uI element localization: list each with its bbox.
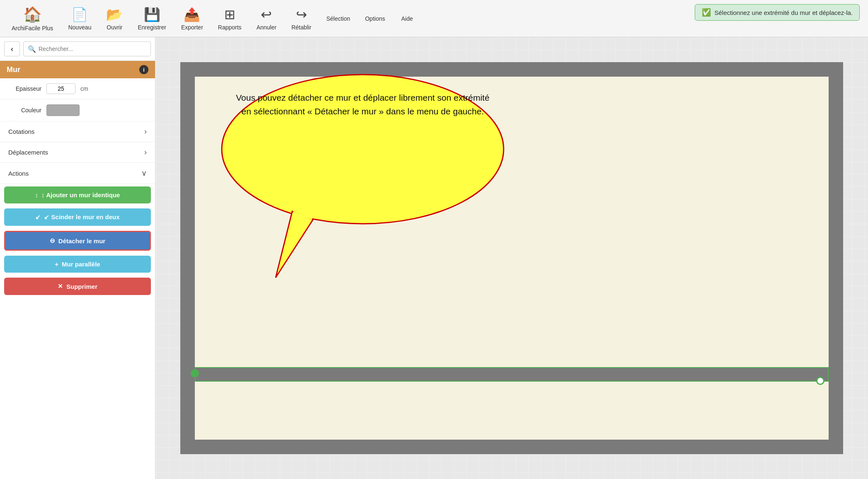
epaisseur-input[interactable] (46, 83, 75, 94)
actions-section[interactable]: Actions ∨ (0, 163, 155, 184)
toolbar-aide-label: Aide (401, 15, 413, 22)
search-icon: 🔍 (28, 45, 36, 53)
toolbar-selection[interactable]: Sélection (319, 13, 358, 24)
delete-button[interactable]: ✕ Supprimer (4, 278, 151, 295)
home-icon: 🏠 (23, 6, 42, 23)
wall-endpoint-right[interactable] (816, 377, 824, 385)
delete-icon: ✕ (58, 283, 63, 290)
toolbar-selection-label: Sélection (326, 15, 350, 22)
toolbar-rapports[interactable]: ⊞ Rapports (211, 4, 249, 33)
mur-title: Mur (7, 65, 20, 74)
toolbar-annuler-label: Annuler (257, 24, 276, 31)
delete-label: Supprimer (66, 283, 97, 290)
detach-wall-icon: ⊖ (50, 237, 55, 244)
split-wall-button[interactable]: ↙ ↙ Scinder le mur en deux (4, 208, 151, 226)
search-bar: ‹ 🔍 (0, 37, 155, 61)
main-layout: ‹ 🔍 Mur i Epaisseur cm Couleur Cotations (0, 37, 868, 479)
floor-plan (180, 62, 843, 454)
cotations-label: Cotations (8, 128, 34, 135)
search-input-wrap[interactable]: 🔍 (23, 41, 151, 56)
split-wall-icon: ↙ (35, 213, 41, 221)
cotations-chevron-icon: › (144, 127, 147, 136)
toolbar-ouvrir-label: Ouvrir (107, 24, 122, 31)
wall-endpoint-left[interactable] (191, 369, 199, 377)
toolbar-annuler[interactable]: ↩ Annuler (249, 4, 284, 33)
epaisseur-label: Epaisseur (8, 85, 41, 92)
add-identical-label: ↕ Ajouter un mur identique (41, 191, 120, 198)
toolbar-retablir[interactable]: ↪ Rétablir (284, 4, 319, 33)
toolbar-enregistrer[interactable]: 💾 Enregistrer (130, 4, 173, 33)
mur-section-header: Mur i (0, 61, 155, 78)
back-button[interactable]: ‹ (4, 41, 20, 56)
toolbar-ouvrir[interactable]: 📂 Ouvrir (99, 4, 130, 33)
exporter-icon: 📤 (184, 7, 200, 22)
inner-room (195, 77, 829, 440)
epaisseur-unit: cm (80, 85, 88, 92)
toolbar-rapports-label: Rapports (218, 24, 242, 31)
parallel-wall-button[interactable]: + Mur parallèle (4, 256, 151, 273)
add-identical-icon: ↕ (35, 191, 39, 198)
deplacements-section[interactable]: Déplacements › (0, 142, 155, 163)
toolbar: 🏠 ArchiFacile Plus 📄 Nouveau 📂 Ouvrir 💾 … (0, 0, 868, 37)
cotations-section[interactable]: Cotations › (0, 121, 155, 142)
selected-wall[interactable] (195, 367, 829, 382)
deplacements-chevron-icon: › (144, 148, 147, 157)
nouveau-icon: 📄 (71, 7, 88, 22)
add-identical-button[interactable]: ↕ ↕ Ajouter un mur identique (4, 186, 151, 203)
toolbar-home-label: ArchiFacile Plus (12, 25, 53, 31)
toolbar-exporter[interactable]: 📤 Exporter (174, 4, 211, 33)
toolbar-exporter-label: Exporter (181, 24, 203, 31)
toolbar-enregistrer-label: Enregistrer (138, 24, 166, 31)
search-input[interactable] (39, 46, 146, 52)
annuler-icon: ↩ (261, 7, 272, 22)
notification-text: Sélectionnez une extrémité du mur et dép… (714, 9, 853, 16)
back-icon: ‹ (11, 45, 13, 53)
detach-wall-label: Détacher le mur (58, 237, 105, 244)
canvas-area[interactable]: Vous pouvez détacher ce mur et déplacer … (155, 37, 868, 479)
toolbar-nouveau-label: Nouveau (68, 24, 91, 31)
notification-banner: ✅ Sélectionnez une extrémité du mur et d… (695, 4, 860, 21)
info-icon[interactable]: i (139, 65, 148, 74)
sidebar: ‹ 🔍 Mur i Epaisseur cm Couleur Cotations (0, 37, 155, 479)
toolbar-options-label: Options (365, 15, 385, 22)
parallel-wall-label: Mur parallèle (62, 261, 100, 268)
toolbar-options[interactable]: Options (358, 13, 393, 24)
epaisseur-row: Epaisseur cm (0, 78, 155, 99)
ouvrir-icon: 📂 (106, 7, 123, 22)
rapports-icon: ⊞ (224, 7, 235, 22)
parallel-wall-icon: + (55, 261, 58, 268)
split-wall-label: ↙ Scinder le mur en deux (44, 213, 119, 221)
check-circle-icon: ✅ (702, 8, 711, 17)
toolbar-home[interactable]: 🏠 ArchiFacile Plus (4, 3, 61, 34)
detach-wall-button[interactable]: ⊖ Détacher le mur (4, 231, 151, 251)
actions-chevron-icon: ∨ (141, 169, 147, 178)
toolbar-nouveau[interactable]: 📄 Nouveau (61, 4, 99, 33)
toolbar-retablir-label: Rétablir (291, 24, 311, 31)
color-swatch[interactable] (46, 104, 80, 116)
deplacements-label: Déplacements (8, 149, 48, 156)
retablir-icon: ↪ (296, 7, 307, 22)
actions-label: Actions (8, 170, 29, 177)
enregistrer-icon: 💾 (144, 7, 160, 22)
couleur-row: Couleur (0, 99, 155, 121)
toolbar-aide[interactable]: Aide (393, 13, 422, 24)
couleur-label: Couleur (8, 107, 41, 114)
